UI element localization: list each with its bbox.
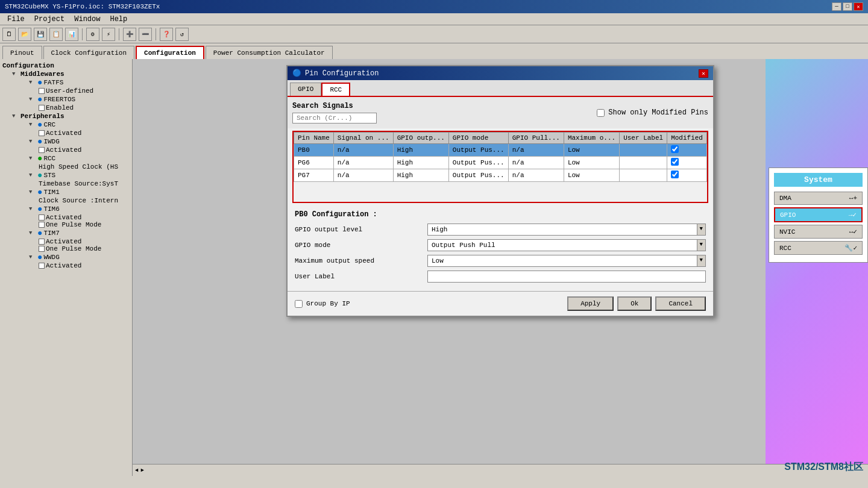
col-gpio-pull: GPIO Pull... bbox=[508, 133, 564, 144]
table-row[interactable]: PG7 n/a High Output Pus... n/a Low bbox=[294, 169, 707, 182]
cell-signal: n/a bbox=[333, 144, 393, 157]
tree-wwdg-activated[interactable]: Activated bbox=[39, 262, 130, 269]
cell-label bbox=[620, 157, 667, 169]
crc-activated-checkbox[interactable] bbox=[39, 130, 45, 136]
tree-tim1-node[interactable]: ▼ ● TIM1 bbox=[12, 187, 130, 197]
scroll-right-btn[interactable]: ► bbox=[140, 468, 143, 474]
table-row[interactable]: PG6 n/a High Output Pus... n/a Low bbox=[294, 157, 707, 169]
window-title: STM32CubeMX YS-F1Pro.ioc: STM32F103ZETx bbox=[5, 3, 160, 10]
tree-user-defined[interactable]: User-defined bbox=[39, 87, 130, 95]
toolbar-help[interactable]: ❓ bbox=[160, 28, 173, 41]
user-defined-checkbox[interactable] bbox=[39, 88, 45, 94]
tree-crc: ▼ ● CRC Activated bbox=[2, 120, 130, 137]
gpio-output-level-select[interactable]: High Low bbox=[427, 224, 697, 236]
toolbar-export[interactable]: 📊 bbox=[65, 28, 78, 41]
user-label-input[interactable] bbox=[427, 271, 706, 283]
wwdg-dot: ● bbox=[37, 252, 42, 262]
menu-project[interactable]: Project bbox=[30, 15, 69, 23]
tree-middlewares-node[interactable]: ▼ Middlewares bbox=[2, 70, 130, 78]
table-header-row: Pin Name Signal on ... GPIO outp... GPIO… bbox=[294, 133, 707, 144]
tree-tim7-activated[interactable]: Activated bbox=[39, 238, 130, 245]
menu-help[interactable]: Help bbox=[105, 15, 132, 23]
title-bar: STM32CubeMX YS-F1Pro.ioc: STM32F103ZETx … bbox=[0, 0, 868, 13]
menu-file[interactable]: File bbox=[2, 15, 30, 23]
wwdg-activated-checkbox[interactable] bbox=[39, 263, 45, 269]
tim6-opm-checkbox[interactable] bbox=[39, 222, 45, 228]
crc-activated-label: Activated bbox=[46, 130, 81, 137]
toolbar-flash[interactable]: ⚡ bbox=[102, 28, 115, 41]
tree-tim6-activated[interactable]: Activated bbox=[39, 214, 130, 221]
close-btn[interactable]: ✕ bbox=[854, 2, 863, 11]
tim7-activated-checkbox[interactable] bbox=[39, 239, 45, 245]
gpio-mode-arrow[interactable]: ▼ bbox=[697, 239, 706, 251]
rcc-children: High Speed Clock (HS bbox=[12, 163, 130, 170]
tree-tim6-opm[interactable]: One Pulse Mode bbox=[39, 221, 130, 228]
cell-mode: Output Pus... bbox=[448, 157, 508, 169]
gpio-output-level-arrow[interactable]: ▼ bbox=[697, 224, 706, 236]
tree-fatfs-node[interactable]: ▼ ● FATFS bbox=[12, 78, 130, 87]
tree-sts-node[interactable]: ▼ ● STS bbox=[12, 170, 130, 180]
cell-pin-name: PB0 bbox=[294, 144, 334, 157]
tree-tim7-opm[interactable]: One Pulse Mode bbox=[39, 245, 130, 252]
dialog-bottom: Group By IP Apply Ok Cancel bbox=[288, 291, 713, 316]
tab-configuration[interactable]: Configuration bbox=[136, 46, 204, 59]
iwdg-label: IWDG bbox=[43, 138, 59, 145]
toolbar-build[interactable]: ⚙ bbox=[86, 28, 99, 41]
tim1-dot: ● bbox=[37, 187, 42, 197]
freertos-enabled-label: Enabled bbox=[46, 104, 74, 111]
tree-iwdg-activated[interactable]: Activated bbox=[39, 146, 130, 154]
toolbar-refresh[interactable]: ↺ bbox=[175, 28, 189, 41]
toolbar-open[interactable]: 📂 bbox=[18, 28, 31, 41]
maximize-btn[interactable]: □ bbox=[843, 2, 852, 11]
minimize-btn[interactable]: — bbox=[832, 2, 841, 11]
right-panel: System DMA ↔+ GPIO →✓ NVIC ↔✓ RCC 🔧✓ bbox=[133, 59, 868, 476]
tree-wwdg-node[interactable]: ▼ ● WWDG bbox=[12, 252, 130, 262]
tree-rcc-node[interactable]: ▼ ● RCC bbox=[12, 154, 130, 163]
tree-iwdg-node[interactable]: ▼ ● IWDG bbox=[12, 137, 130, 146]
dialog-tab-gpio[interactable]: GPIO bbox=[290, 83, 321, 96]
wwdg-activated-label: Activated bbox=[46, 262, 81, 269]
cell-mode: Output Pus... bbox=[448, 144, 508, 157]
tab-clock-config[interactable]: Clock Configuration bbox=[43, 46, 134, 59]
group-by-ip-checkbox[interactable] bbox=[295, 300, 303, 308]
sts-children: Timebase Source:SysT bbox=[12, 180, 130, 187]
cell-output: High bbox=[393, 157, 448, 169]
tree-freertos-enabled[interactable]: Enabled bbox=[39, 104, 130, 111]
ok-button[interactable]: Ok bbox=[617, 296, 652, 311]
toolbar-add[interactable]: ➕ bbox=[123, 28, 136, 41]
scroll-left-btn[interactable]: ◄ bbox=[135, 468, 138, 474]
dialog-tab-rcc[interactable]: RCC bbox=[321, 83, 350, 96]
show-modified-checkbox[interactable] bbox=[597, 109, 605, 117]
tim7-opm-checkbox[interactable] bbox=[39, 246, 45, 252]
search-label: Search Signals bbox=[292, 102, 377, 124]
max-speed-arrow[interactable]: ▼ bbox=[697, 255, 706, 267]
max-speed-select[interactable]: Low Medium High bbox=[427, 255, 697, 267]
freertos-enabled-checkbox[interactable] bbox=[39, 105, 45, 111]
scroll-controls: ◄ ► bbox=[135, 468, 144, 474]
tree-peripherals-node[interactable]: ▼ Peripherals bbox=[2, 113, 130, 120]
tab-power[interactable]: Power Consumption Calculator bbox=[206, 46, 333, 59]
cancel-button[interactable]: Cancel bbox=[655, 296, 706, 311]
menu-window[interactable]: Window bbox=[69, 15, 105, 23]
apply-button[interactable]: Apply bbox=[567, 296, 614, 311]
tree-tim6-node[interactable]: ▼ ● TIM6 bbox=[12, 204, 130, 214]
tim6-activated-checkbox[interactable] bbox=[39, 214, 45, 221]
table-row[interactable]: PB0 n/a High Output Pus... n/a Low bbox=[294, 144, 707, 157]
gpio-mode-select[interactable]: Output Push Pull Output Open Drain bbox=[427, 239, 697, 251]
iwdg-activated-checkbox[interactable] bbox=[39, 147, 45, 153]
expand-middlewares: ▼ bbox=[12, 71, 19, 77]
search-input[interactable] bbox=[292, 113, 377, 124]
tab-pinout[interactable]: Pinout bbox=[2, 46, 42, 59]
search-right: Show only Modified Pins bbox=[597, 108, 708, 117]
toolbar-remove[interactable]: ➖ bbox=[139, 28, 152, 41]
tree-crc-node[interactable]: ▼ ● CRC bbox=[12, 120, 130, 130]
toolbar-new[interactable]: 🗒 bbox=[2, 28, 16, 41]
dialog-close-btn[interactable]: ✕ bbox=[699, 69, 708, 78]
tree-crc-activated[interactable]: Activated bbox=[39, 130, 130, 137]
cell-pull: n/a bbox=[508, 157, 564, 169]
tim1-clock-label: Clock Source :Intern bbox=[39, 197, 118, 204]
tree-tim7-node[interactable]: ▼ ● TIM7 bbox=[12, 228, 130, 238]
toolbar-save[interactable]: 💾 bbox=[34, 28, 47, 41]
tree-freertos-node[interactable]: ▼ ● FREERTOS bbox=[12, 95, 130, 104]
toolbar-save2[interactable]: 📋 bbox=[49, 28, 63, 41]
